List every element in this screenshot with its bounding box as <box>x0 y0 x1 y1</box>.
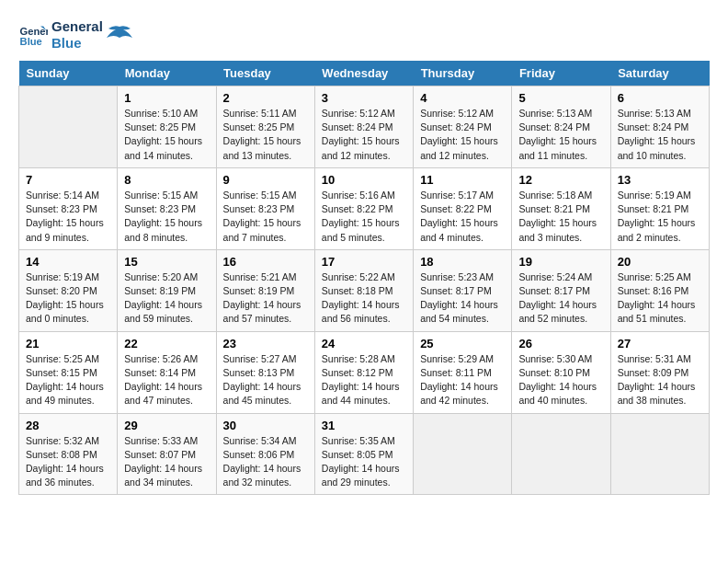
day-number: 2 <box>223 91 308 105</box>
column-header-saturday: Saturday <box>610 61 709 86</box>
logo-icon: General Blue <box>18 20 48 50</box>
day-number: 21 <box>26 337 110 350</box>
calendar-cell: 28Sunrise: 5:32 AMSunset: 8:08 PMDayligh… <box>19 413 118 495</box>
column-header-friday: Friday <box>512 61 610 86</box>
calendar-cell: 18Sunrise: 5:23 AMSunset: 8:17 PMDayligh… <box>414 249 512 331</box>
calendar-cell: 24Sunrise: 5:28 AMSunset: 8:12 PMDayligh… <box>314 331 413 413</box>
day-info: Sunrise: 5:34 AMSunset: 8:06 PMDaylight:… <box>223 434 308 490</box>
day-number: 15 <box>124 255 209 269</box>
calendar-cell: 2Sunrise: 5:11 AMSunset: 8:25 PMDaylight… <box>216 86 314 168</box>
day-info: Sunrise: 5:23 AMSunset: 8:17 PMDaylight:… <box>420 270 505 327</box>
day-info: Sunrise: 5:16 AMSunset: 8:22 PMDaylight:… <box>322 189 406 245</box>
day-number: 4 <box>420 91 505 105</box>
column-header-tuesday: Tuesday <box>216 61 314 86</box>
logo-bird-icon <box>107 25 132 45</box>
calendar-week-3: 14Sunrise: 5:19 AMSunset: 8:20 PMDayligh… <box>19 249 710 331</box>
day-number: 11 <box>420 173 505 187</box>
day-number: 9 <box>223 173 308 187</box>
calendar-week-1: 1Sunrise: 5:10 AMSunset: 8:25 PMDaylight… <box>19 86 710 168</box>
calendar-cell <box>610 413 709 495</box>
page-header: General Blue General Blue <box>18 18 710 52</box>
calendar-cell: 21Sunrise: 5:25 AMSunset: 8:15 PMDayligh… <box>19 331 118 413</box>
day-number: 13 <box>618 173 702 187</box>
day-number: 8 <box>124 173 209 187</box>
day-info: Sunrise: 5:31 AMSunset: 8:09 PMDaylight:… <box>618 352 702 408</box>
day-number: 1 <box>124 91 209 105</box>
calendar-week-5: 28Sunrise: 5:32 AMSunset: 8:08 PMDayligh… <box>19 413 710 495</box>
day-info: Sunrise: 5:22 AMSunset: 8:18 PMDaylight:… <box>322 270 406 327</box>
calendar-cell: 17Sunrise: 5:22 AMSunset: 8:18 PMDayligh… <box>314 249 413 331</box>
day-info: Sunrise: 5:10 AMSunset: 8:25 PMDaylight:… <box>124 107 209 163</box>
calendar-cell: 7Sunrise: 5:14 AMSunset: 8:23 PMDaylight… <box>19 167 118 249</box>
calendar-cell: 22Sunrise: 5:26 AMSunset: 8:14 PMDayligh… <box>118 331 216 413</box>
calendar-cell: 10Sunrise: 5:16 AMSunset: 8:22 PMDayligh… <box>314 167 413 249</box>
calendar-cell: 13Sunrise: 5:19 AMSunset: 8:21 PMDayligh… <box>610 167 709 249</box>
calendar-table: SundayMondayTuesdayWednesdayThursdayFrid… <box>18 61 710 495</box>
day-number: 25 <box>420 337 505 350</box>
calendar-cell: 1Sunrise: 5:10 AMSunset: 8:25 PMDaylight… <box>118 86 216 168</box>
calendar-cell: 3Sunrise: 5:12 AMSunset: 8:24 PMDaylight… <box>314 86 413 168</box>
day-info: Sunrise: 5:11 AMSunset: 8:25 PMDaylight:… <box>223 107 308 163</box>
calendar-cell: 6Sunrise: 5:13 AMSunset: 8:24 PMDaylight… <box>610 86 709 168</box>
logo-general: General <box>51 18 103 35</box>
day-info: Sunrise: 5:25 AMSunset: 8:15 PMDaylight:… <box>26 352 110 408</box>
day-info: Sunrise: 5:14 AMSunset: 8:23 PMDaylight:… <box>26 189 110 245</box>
logo-blue: Blue <box>51 35 103 52</box>
day-info: Sunrise: 5:26 AMSunset: 8:14 PMDaylight:… <box>124 352 209 408</box>
day-info: Sunrise: 5:19 AMSunset: 8:21 PMDaylight:… <box>618 189 702 245</box>
calendar-cell: 16Sunrise: 5:21 AMSunset: 8:19 PMDayligh… <box>216 249 314 331</box>
day-info: Sunrise: 5:29 AMSunset: 8:11 PMDaylight:… <box>420 352 505 408</box>
calendar-week-2: 7Sunrise: 5:14 AMSunset: 8:23 PMDaylight… <box>19 167 710 249</box>
day-number: 18 <box>420 255 505 269</box>
day-number: 28 <box>26 419 110 432</box>
logo: General Blue General Blue <box>18 18 132 52</box>
column-header-wednesday: Wednesday <box>314 61 413 86</box>
day-info: Sunrise: 5:15 AMSunset: 8:23 PMDaylight:… <box>223 189 308 245</box>
column-header-thursday: Thursday <box>414 61 512 86</box>
day-info: Sunrise: 5:28 AMSunset: 8:12 PMDaylight:… <box>322 352 406 408</box>
calendar-cell: 15Sunrise: 5:20 AMSunset: 8:19 PMDayligh… <box>118 249 216 331</box>
day-number: 17 <box>322 255 406 269</box>
day-info: Sunrise: 5:13 AMSunset: 8:24 PMDaylight:… <box>518 107 603 163</box>
day-number: 19 <box>518 255 603 269</box>
day-number: 14 <box>26 255 110 269</box>
column-header-monday: Monday <box>118 61 216 86</box>
calendar-cell: 29Sunrise: 5:33 AMSunset: 8:07 PMDayligh… <box>118 413 216 495</box>
day-number: 12 <box>518 173 603 187</box>
day-number: 6 <box>618 91 702 105</box>
calendar-cell <box>512 413 610 495</box>
calendar-cell: 26Sunrise: 5:30 AMSunset: 8:10 PMDayligh… <box>512 331 610 413</box>
day-number: 20 <box>618 255 702 269</box>
day-number: 24 <box>322 337 406 350</box>
calendar-cell: 8Sunrise: 5:15 AMSunset: 8:23 PMDaylight… <box>118 167 216 249</box>
day-info: Sunrise: 5:30 AMSunset: 8:10 PMDaylight:… <box>518 352 603 408</box>
calendar-cell: 14Sunrise: 5:19 AMSunset: 8:20 PMDayligh… <box>19 249 118 331</box>
day-info: Sunrise: 5:15 AMSunset: 8:23 PMDaylight:… <box>124 189 209 245</box>
calendar-cell <box>19 86 118 168</box>
day-number: 3 <box>322 91 406 105</box>
day-number: 5 <box>518 91 603 105</box>
day-info: Sunrise: 5:17 AMSunset: 8:22 PMDaylight:… <box>420 189 505 245</box>
calendar-cell: 20Sunrise: 5:25 AMSunset: 8:16 PMDayligh… <box>610 249 709 331</box>
day-info: Sunrise: 5:32 AMSunset: 8:08 PMDaylight:… <box>26 434 110 490</box>
calendar-cell: 23Sunrise: 5:27 AMSunset: 8:13 PMDayligh… <box>216 331 314 413</box>
day-info: Sunrise: 5:12 AMSunset: 8:24 PMDaylight:… <box>420 107 505 163</box>
calendar-cell: 30Sunrise: 5:34 AMSunset: 8:06 PMDayligh… <box>216 413 314 495</box>
day-info: Sunrise: 5:25 AMSunset: 8:16 PMDaylight:… <box>618 270 702 327</box>
day-info: Sunrise: 5:18 AMSunset: 8:21 PMDaylight:… <box>518 189 603 245</box>
day-number: 16 <box>223 255 308 269</box>
day-info: Sunrise: 5:33 AMSunset: 8:07 PMDaylight:… <box>124 434 209 490</box>
day-info: Sunrise: 5:27 AMSunset: 8:13 PMDaylight:… <box>223 352 308 408</box>
day-number: 31 <box>322 419 406 432</box>
calendar-cell: 27Sunrise: 5:31 AMSunset: 8:09 PMDayligh… <box>610 331 709 413</box>
day-number: 23 <box>223 337 308 350</box>
day-info: Sunrise: 5:21 AMSunset: 8:19 PMDaylight:… <box>223 270 308 327</box>
column-header-sunday: Sunday <box>19 61 118 86</box>
svg-text:Blue: Blue <box>20 36 42 47</box>
calendar-cell: 19Sunrise: 5:24 AMSunset: 8:17 PMDayligh… <box>512 249 610 331</box>
day-info: Sunrise: 5:19 AMSunset: 8:20 PMDaylight:… <box>26 270 110 327</box>
calendar-cell: 31Sunrise: 5:35 AMSunset: 8:05 PMDayligh… <box>314 413 413 495</box>
calendar-week-4: 21Sunrise: 5:25 AMSunset: 8:15 PMDayligh… <box>19 331 710 413</box>
day-info: Sunrise: 5:20 AMSunset: 8:19 PMDaylight:… <box>124 270 209 327</box>
day-number: 27 <box>618 337 702 350</box>
